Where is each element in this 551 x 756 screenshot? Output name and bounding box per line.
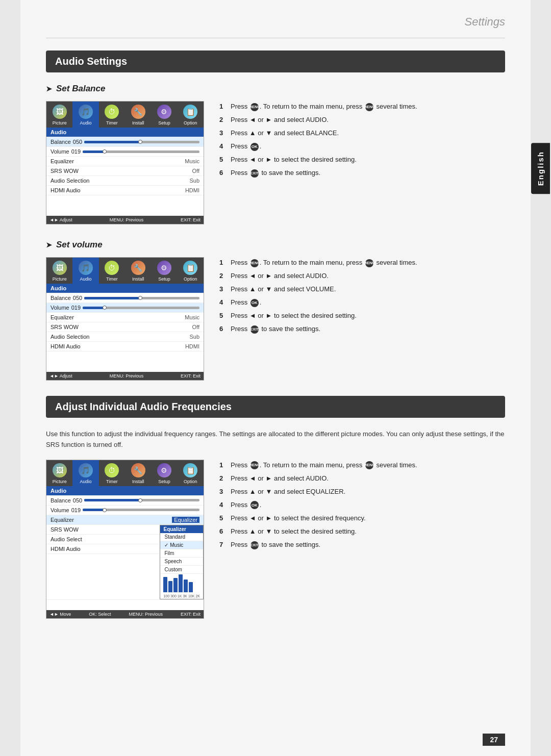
set-volume-row: 🖼 Picture 🎵 Audio ⏱ Timer 🔧 Install ⚙ [46,257,505,381]
menu-row-balance[interactable]: Balance 050 [46,137,204,147]
eq-audio-icon: 🎵 [79,463,93,477]
ok-btn-eq1: OK [251,501,259,509]
vol-menu-row-srswow[interactable]: SRS WOW Off [46,322,204,332]
menu-row-srswow[interactable]: SRS WOW Off [46,166,204,176]
vol-tab-install[interactable]: 🔧 Install [125,258,151,284]
eq-bars-container [160,574,203,594]
volume-step-3: 3 Press ▲ or ▼ and select VOLUME. [219,284,505,295]
vol-tab-audio[interactable]: 🎵 Audio [72,258,98,284]
eq-item-speech[interactable]: Speech [160,558,203,566]
balance-value: 050 [73,139,82,145]
option-icon: 📋 [183,105,197,119]
audio-selection-value: Sub [189,178,199,184]
vol-footer-adjust: ◄► Adjust [49,373,72,379]
eq-item-custom[interactable]: Custom [160,566,203,574]
tab-option[interactable]: 📋 Option [178,102,204,128]
eq-submenu: Equalizer Standard ✓ Music Film Speech C… [160,525,204,599]
tab-audio[interactable]: 🎵 Audio [72,102,98,128]
tab-picture[interactable]: 🖼 Picture [46,102,72,128]
balance-step-6: 6 Press EXIT to save the settings. [219,167,505,179]
eq-tab-timer-label: Timer [106,479,118,484]
vol-audio-icon: 🎵 [79,261,93,275]
eq-tab-timer[interactable]: ⏱ Timer [99,460,125,486]
eq-menu-audio-header: Audio [46,486,204,496]
eq-menu-icon-bar: 🖼 Picture 🎵 Audio ⏱ Timer 🔧 Install ⚙ [46,460,204,486]
tab-setup-label: Setup [158,120,170,125]
eq-footer-exit: EXIT: Exit [181,612,201,617]
volume-step-6: 6 Press EXIT to save the settings. [219,323,505,335]
eq-audio-sel[interactable]: Audio Select [46,535,160,544]
menu-btn-1: MENU [251,103,259,111]
menu-btn-v1b: MENU [365,259,373,267]
vol-menu-row-equalizer[interactable]: Equalizer Music [46,313,204,322]
volume-menu-icon-bar: 🖼 Picture 🎵 Audio ⏱ Timer 🔧 Install ⚙ [46,258,204,284]
vol-tab-option[interactable]: 📋 Option [178,258,204,284]
menu-row-volume[interactable]: Volume 019 [46,147,204,157]
tab-timer[interactable]: ⏱ Timer [99,102,125,128]
vol-tab-setup[interactable]: ⚙ Setup [151,258,177,284]
balance-menu-panel: 🖼 Picture 🎵 Audio ⏱ Timer 🔧 Install ⚙ [46,101,204,224]
tab-option-label: Option [184,120,197,125]
eq-tab-picture[interactable]: 🖼 Picture [46,460,72,486]
eq-bar-labels: 100 300 1K 3K 10K 2K [160,594,203,599]
volume-slider[interactable]: 019 [71,148,199,155]
volume-instructions: 1 Press MENU. To return to the main menu… [219,257,505,337]
tab-timer-label: Timer [106,120,118,125]
vol-tab-option-label: Option [184,276,197,282]
balance-step-3: 3 Press ▲ or ▼ and select BALANCE. [219,128,505,139]
eq-item-standard[interactable]: Standard [160,533,203,541]
ok-btn-1: OK [251,143,259,151]
vol-menu-row-hdmi-audio[interactable]: HDMI Audio HDMI [46,342,204,351]
vol-tab-audio-label: Audio [80,276,91,282]
tab-setup[interactable]: ⚙ Setup [151,102,177,128]
eq-install-icon: 🔧 [131,463,145,477]
vol-hdmi-audio-value: HDMI [185,343,199,349]
eq-bar-4 [179,574,183,592]
menu-audio-header: Audio [46,128,204,137]
vol-tab-picture[interactable]: 🖼 Picture [46,258,72,284]
exit-btn-1: EXIT [251,169,259,178]
eq-item-music[interactable]: ✓ Music [160,541,203,549]
vol-audio-selection-value: Sub [189,334,199,340]
menu-row-hdmi-audio[interactable]: HDMI Audio HDMI [46,186,204,195]
english-tab[interactable]: English [531,143,550,194]
balance-instructions: 1 Press MENU. To return to the main menu… [219,101,505,181]
vol-menu-footer: ◄► Adjust MENU: Previous EXIT: Exit [46,372,204,380]
balance-slider[interactable]: 050 [73,139,199,145]
eq-tab-setup[interactable]: ⚙ Setup [151,460,177,486]
eq-menu-row-volume[interactable]: Volume 019 [46,506,204,515]
eq-hdmi-audio[interactable]: HDMI Audio [46,544,160,554]
install-icon: 🔧 [131,105,145,119]
timer-icon: ⏱ [105,105,119,119]
menu-row-equalizer[interactable]: Equalizer Music [46,157,204,166]
vol-tab-timer[interactable]: ⏱ Timer [99,258,125,284]
eq-instructions: 1 Press MENU. To return to the main menu… [219,460,505,553]
vol-volume-slider[interactable]: 019 [71,305,199,311]
eq-tab-option[interactable]: 📋 Option [178,460,204,486]
vol-install-icon: 🔧 [131,261,145,275]
footer-adjust: ◄► Adjust [49,217,72,222]
menu-btn-eq1: MENU [251,461,259,469]
footer-exit: EXIT: Exit [181,217,201,222]
eq-tab-audio[interactable]: 🎵 Audio [72,460,98,486]
eq-item-film[interactable]: Film [160,549,203,558]
vol-hdmi-audio-label: HDMI Audio [51,343,81,349]
page-number: 27 [483,734,505,746]
menu-row-audio-selection[interactable]: Audio Selection Sub [46,176,204,186]
eq-menu-row-balance[interactable]: Balance 050 [46,496,204,506]
eq-menu-row-equalizer[interactable]: Equalizer Equalizer [46,515,204,525]
eq-srswow[interactable]: SRS WOW [46,525,160,535]
vol-menu-row-audio-selection[interactable]: Audio Selection Sub [46,332,204,342]
srswow-value: Off [192,168,199,174]
vol-menu-row-volume[interactable]: Volume 019 [46,303,204,313]
eq-tab-install[interactable]: 🔧 Install [125,460,151,486]
tab-install[interactable]: 🔧 Install [125,102,151,128]
volume-step-1: 1 Press MENU. To return to the main menu… [219,257,505,268]
vol-menu-row-balance[interactable]: Balance 050 [46,293,204,303]
vol-option-icon: 📋 [183,261,197,275]
eq-footer-ok: OK: Select [89,612,111,617]
audio-selection-label: Audio Selection [51,178,89,184]
balance-step-1: 1 Press MENU. To return to the main menu… [219,101,505,112]
vol-balance-slider[interactable]: 050 [73,295,199,301]
eq-tab-option-label: Option [184,479,197,484]
